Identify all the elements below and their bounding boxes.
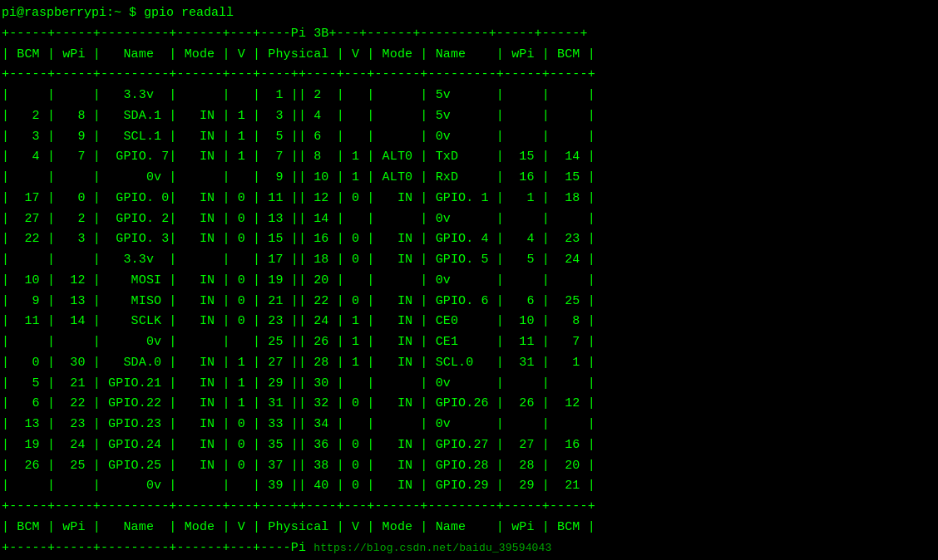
output-line: | BCM | wPi | Name | Mode | V | Physical… [2, 45, 936, 66]
output-line: | 0 | 30 | SDA.0 | IN | 1 | 27 || 28 | 1… [2, 353, 936, 374]
output-line: | | | 0v | | | 25 || 26 | 1 | IN | CE1 |… [2, 332, 936, 353]
output-line: | BCM | wPi | Name | Mode | V | Physical… [2, 518, 936, 538]
output-line: | 10 | 12 | MOSI | IN | 0 | 19 || 20 | |… [2, 271, 936, 292]
output-line: | 11 | 14 | SCLK | IN | 0 | 23 || 24 | 1… [2, 312, 936, 332]
output-line: | | | 0v | | | 9 || 10 | 1 | ALT0 | RxD … [2, 168, 936, 189]
output-line: | 27 | 2 | GPIO. 2| IN | 0 | 13 || 14 | … [2, 209, 936, 230]
output-line: | 13 | 23 | GPIO.23 | IN | 0 | 33 || 34 … [2, 415, 936, 435]
output-line: +-----+-----+---------+------+---+----Pi… [2, 24, 936, 45]
terminal: pi@raspberrypi:~ $ gpio readall +-----+-… [0, 0, 938, 560]
watermark: https://blog.csdn.net/baidu_39594043 [313, 542, 551, 554]
output-line: | 4 | 7 | GPIO. 7| IN | 1 | 7 || 8 | 1 |… [2, 147, 936, 168]
output-line: | 26 | 25 | GPIO.25 | IN | 0 | 37 || 38 … [2, 456, 936, 477]
output-line: +-----+-----+---------+------+---+----++… [2, 497, 936, 518]
output-line: | | | 3.3v | | | 1 || 2 | | | 5v | | | [2, 86, 936, 106]
output-line: | 2 | 8 | SDA.1 | IN | 1 | 3 || 4 | | | … [2, 106, 936, 127]
output-line: +-----+-----+---------+------+---+----++… [2, 65, 936, 86]
output-line: | 5 | 21 | GPIO.21 | IN | 1 | 29 || 30 |… [2, 374, 936, 395]
output-line: | 6 | 22 | GPIO.22 | IN | 1 | 31 || 32 |… [2, 394, 936, 415]
output-line: | 9 | 13 | MISO | IN | 0 | 21 || 22 | 0 … [2, 292, 936, 312]
output-line: | 17 | 0 | GPIO. 0| IN | 0 | 11 || 12 | … [2, 189, 936, 209]
output-container: +-----+-----+---------+------+---+----Pi… [2, 24, 936, 559]
output-line: | 19 | 24 | GPIO.24 | IN | 0 | 35 || 36 … [2, 435, 936, 456]
prompt-line: pi@raspberrypi:~ $ gpio readall [2, 3, 936, 24]
output-line: +-----+-----+---------+------+---+----Pi… [2, 538, 936, 559]
output-line: | 3 | 9 | SCL.1 | IN | 1 | 5 || 6 | | | … [2, 127, 936, 148]
output-line: | 22 | 3 | GPIO. 3| IN | 0 | 15 || 16 | … [2, 229, 936, 250]
output-line: | | | 3.3v | | | 17 || 18 | 0 | IN | GPI… [2, 250, 936, 271]
output-line: | | | 0v | | | 39 || 40 | 0 | IN | GPIO.… [2, 476, 936, 497]
